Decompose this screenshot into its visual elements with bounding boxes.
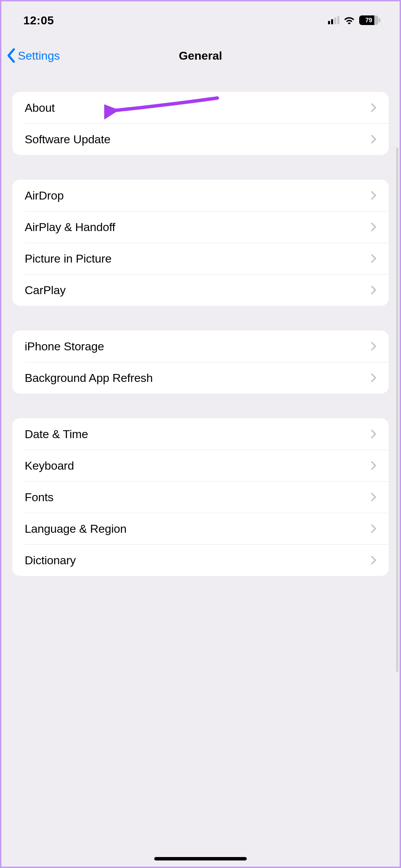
- battery-level: 79: [365, 17, 372, 24]
- chevron-right-icon: [371, 461, 376, 470]
- row-label: Keyboard: [25, 459, 74, 472]
- row-carplay[interactable]: CarPlay: [12, 274, 389, 306]
- settings-group: AirDrop AirPlay & Handoff Picture in Pic…: [12, 180, 389, 306]
- row-label: Picture in Picture: [25, 252, 111, 265]
- status-bar: 12:05 79: [1, 1, 400, 39]
- row-label: Language & Region: [25, 522, 126, 535]
- home-indicator[interactable]: [154, 857, 247, 860]
- row-label: AirDrop: [25, 189, 64, 202]
- settings-group: Date & Time Keyboard Fonts Language & Re…: [12, 418, 389, 576]
- content-scroll[interactable]: About Software Update AirDrop: [1, 72, 400, 867]
- row-picture-in-picture[interactable]: Picture in Picture: [12, 243, 389, 274]
- back-button[interactable]: Settings: [6, 48, 60, 63]
- row-keyboard[interactable]: Keyboard: [12, 450, 389, 481]
- back-label: Settings: [18, 49, 60, 62]
- navigation-bar: Settings General: [1, 39, 400, 72]
- status-indicators: 79: [328, 14, 380, 27]
- chevron-right-icon: [371, 341, 376, 351]
- row-label: AirPlay & Handoff: [25, 220, 115, 234]
- chevron-right-icon: [371, 222, 376, 232]
- row-airdrop[interactable]: AirDrop: [12, 180, 389, 211]
- row-label: Software Update: [25, 133, 110, 146]
- chevron-right-icon: [371, 555, 376, 565]
- status-time: 12:05: [23, 14, 54, 27]
- chevron-right-icon: [371, 524, 376, 533]
- settings-group: About Software Update: [12, 92, 389, 155]
- chevron-right-icon: [371, 429, 376, 439]
- wifi-icon: [343, 14, 355, 27]
- chevron-right-icon: [371, 191, 376, 200]
- row-airplay-handoff[interactable]: AirPlay & Handoff: [12, 211, 389, 243]
- chevron-right-icon: [371, 134, 376, 144]
- row-fonts[interactable]: Fonts: [12, 481, 389, 513]
- row-background-app-refresh[interactable]: Background App Refresh: [12, 362, 389, 394]
- row-label: Date & Time: [25, 427, 88, 441]
- row-about[interactable]: About: [12, 92, 389, 123]
- battery-icon: 79: [359, 15, 380, 25]
- row-label: About: [25, 101, 55, 114]
- row-label: Dictionary: [25, 554, 76, 567]
- chevron-left-icon: [6, 48, 16, 63]
- row-label: Background App Refresh: [25, 371, 153, 385]
- row-iphone-storage[interactable]: iPhone Storage: [12, 330, 389, 362]
- scrollbar[interactable]: [396, 147, 398, 672]
- row-language-region[interactable]: Language & Region: [12, 513, 389, 544]
- cellular-icon: [328, 16, 339, 24]
- page-title: General: [1, 49, 400, 62]
- settings-group: iPhone Storage Background App Refresh: [12, 330, 389, 394]
- row-date-time[interactable]: Date & Time: [12, 418, 389, 450]
- row-label: CarPlay: [25, 284, 66, 297]
- chevron-right-icon: [371, 373, 376, 383]
- row-label: iPhone Storage: [25, 340, 104, 353]
- chevron-right-icon: [371, 254, 376, 263]
- row-software-update[interactable]: Software Update: [12, 123, 389, 155]
- chevron-right-icon: [371, 492, 376, 502]
- chevron-right-icon: [371, 285, 376, 295]
- row-dictionary[interactable]: Dictionary: [12, 544, 389, 576]
- row-label: Fonts: [25, 491, 53, 504]
- chevron-right-icon: [371, 103, 376, 112]
